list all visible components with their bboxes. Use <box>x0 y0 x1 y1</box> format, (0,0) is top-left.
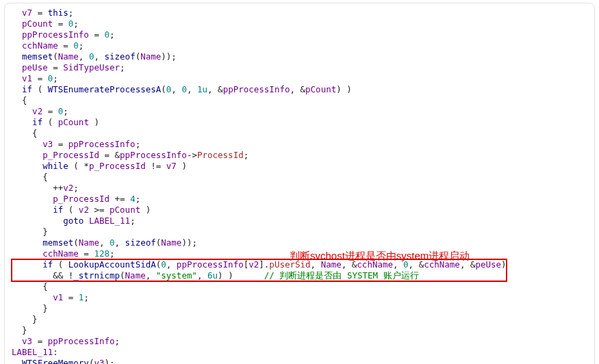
decompiled-code: v7 = this; pCount = 0; ppProcessInfo = 0… <box>12 8 587 364</box>
highlighted-condition-box: if ( LookupAccountSidA(0, ppProcessInfo[… <box>12 259 507 281</box>
code-panel: 判断svchost进程是否由system进程启动 v7 = this; pCou… <box>4 3 595 364</box>
